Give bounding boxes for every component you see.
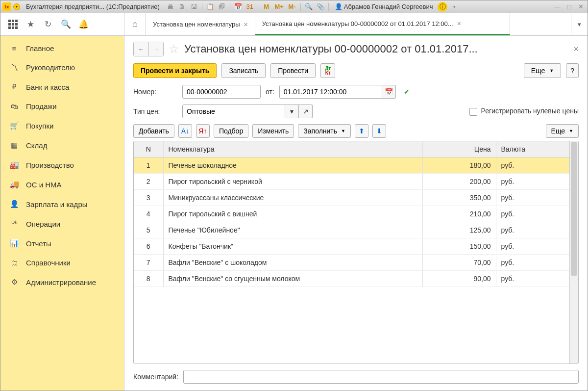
print-icon[interactable]: 🖶 — [166, 2, 175, 12]
help-button[interactable]: ? — [566, 63, 579, 78]
sidebar-item-sales[interactable]: 🛍Продажи — [0, 97, 124, 116]
cell-nomenclature: Печенье шоколадное — [163, 157, 422, 174]
copy-icon[interactable]: 📋 — [205, 2, 215, 12]
nav-back-button[interactable]: ← — [134, 42, 148, 56]
fill-button[interactable]: Заполнить▼ — [298, 124, 351, 138]
zoom-icon[interactable]: 🔍 — [304, 2, 314, 12]
tabs-more-dropdown[interactable]: ▾ — [571, 13, 588, 35]
date-icon[interactable]: 31 — [245, 2, 255, 12]
notifications-bell-icon[interactable]: 🔔 — [78, 19, 89, 30]
menu-lines-icon: ≡ — [9, 44, 19, 52]
cell-n: 3 — [134, 190, 163, 206]
open-ref-icon[interactable]: ↗ — [299, 104, 313, 118]
app-menu-dropdown[interactable]: ▾ — [13, 3, 20, 10]
move-down-button[interactable]: ⬇ — [372, 124, 386, 138]
favorites-star-icon[interactable]: ★ — [25, 19, 36, 30]
post-and-close-button[interactable]: Провести и закрыть — [133, 63, 217, 78]
sidebar-item-reports[interactable]: 📊Отчеты — [0, 234, 124, 253]
apps-grid-icon[interactable] — [7, 19, 18, 30]
col-header-nomenclature[interactable]: Номенклатура — [163, 141, 422, 157]
print-preview-icon[interactable]: 🗎 — [177, 2, 187, 12]
dropdown-icon[interactable]: ▾ — [285, 104, 299, 118]
memory-mminus-icon[interactable]: M- — [287, 2, 297, 12]
save-button[interactable]: Записать — [221, 63, 266, 78]
info-icon[interactable]: ⓘ — [438, 2, 447, 12]
col-header-n[interactable]: N — [134, 141, 163, 157]
tab-close-icon[interactable]: × — [244, 21, 248, 28]
sidebar-item-catalogs[interactable]: 🗂Справочники — [0, 253, 124, 272]
sidebar-item-production[interactable]: 🏭Производство — [0, 155, 124, 175]
register-zero-checkbox-wrap[interactable]: Регистрировать нулевые цены — [469, 107, 579, 116]
factory-icon: 🏭 — [9, 160, 19, 169]
change-button[interactable]: Изменить — [252, 124, 294, 138]
col-header-currency[interactable]: Валюта — [496, 141, 569, 157]
sidebar-item-warehouse[interactable]: ▦Склад — [0, 135, 124, 155]
maximize-icon[interactable]: ◻ — [564, 2, 574, 12]
sort-asc-button[interactable]: А↓ — [178, 124, 192, 138]
memory-mplus-icon[interactable]: M+ — [274, 2, 285, 12]
cell-nomenclature: Вафли "Венские" с шоколадом — [163, 255, 422, 271]
date-input[interactable] — [279, 85, 382, 99]
register-zero-checkbox[interactable] — [469, 108, 477, 116]
post-button[interactable]: Провести — [270, 63, 316, 78]
folders-icon: 🗂 — [9, 259, 19, 267]
more-actions-button[interactable]: Еще▼ — [524, 63, 561, 78]
gear-icon: ⚙ — [9, 278, 19, 287]
items-table-scroll[interactable]: N Номенклатура Цена Валюта 1Печенье шоко… — [134, 141, 569, 364]
favorite-star-icon[interactable]: ☆ — [169, 42, 179, 56]
attach-icon[interactable]: 📎 — [316, 2, 325, 12]
price-type-input[interactable] — [182, 104, 285, 118]
home-button[interactable]: ⌂ — [124, 13, 146, 35]
table-row[interactable]: 8Вафли "Венские" со сгущенным молоком90,… — [134, 271, 569, 287]
vertical-scrollbar[interactable] — [569, 141, 578, 364]
pick-button[interactable]: Подбор — [214, 124, 248, 138]
tab-price-setting-doc[interactable]: Установка цен номенклатуры 00-00000002 о… — [255, 13, 510, 35]
calendar-picker-icon[interactable]: 📅 — [382, 85, 396, 99]
save-icon[interactable]: 🖫 — [189, 2, 199, 12]
table-row[interactable]: 6Конфеты "Батончик"150,00руб. — [134, 238, 569, 255]
table-row[interactable]: 7Вафли "Венские" с шоколадом70,00руб. — [134, 255, 569, 271]
sidebar-item-operations[interactable]: ᴰᵏОперации — [0, 214, 124, 234]
sidebar-item-assets[interactable]: 🚚ОС и НМА — [0, 175, 124, 194]
window-close-icon[interactable]: ✕ — [576, 2, 586, 12]
table-row[interactable]: 2Пирог тирольский с черникой200,00руб. — [134, 174, 569, 190]
movements-button[interactable]: ДтКт — [320, 63, 335, 78]
number-input[interactable] — [182, 85, 261, 99]
sidebar-item-purchases[interactable]: 🛒Покупки — [0, 116, 124, 135]
sidebar-item-main[interactable]: ≡Главное — [0, 39, 124, 58]
sort-desc-button[interactable]: Я↑ — [196, 124, 210, 138]
tab-price-setting-list[interactable]: Установка цен номенклатуры × — [146, 13, 255, 35]
col-header-price[interactable]: Цена — [422, 141, 496, 157]
move-up-button[interactable]: ⬆ — [355, 124, 368, 138]
search-icon[interactable]: 🔍 — [60, 19, 71, 30]
sidebar-item-manager[interactable]: 〽Руководителю — [0, 58, 124, 77]
table-row[interactable]: 5Печенье "Юбилейное"125,00руб. — [134, 222, 569, 238]
table-row[interactable]: 4Пирог тирольский с вишней210,00руб. — [134, 206, 569, 222]
scrollbar-thumb[interactable] — [571, 142, 577, 276]
calendar-icon[interactable]: 📅 — [233, 2, 243, 12]
table-row[interactable]: 3Миникруассаны классические350,00руб. — [134, 190, 569, 206]
history-icon[interactable]: ↻ — [43, 19, 53, 30]
cell-n: 7 — [134, 255, 163, 271]
tab-close-icon[interactable]: × — [457, 20, 461, 27]
cell-price: 350,00 — [422, 190, 496, 206]
sidebar-item-bank[interactable]: ₽Банк и касса — [0, 77, 124, 97]
table-header-row: N Номенклатура Цена Валюта — [134, 141, 569, 157]
nav-forward-button[interactable]: → — [148, 42, 163, 56]
table-row[interactable]: 1Печенье шоколадное180,00руб. — [134, 157, 569, 174]
current-user[interactable]: 👤 Абрамов Геннадий Сергеевич — [332, 3, 436, 10]
comment-input[interactable] — [183, 370, 579, 384]
memory-m-icon[interactable]: M — [261, 2, 272, 12]
sidebar-item-hr[interactable]: 👤Зарплата и кадры — [0, 194, 124, 214]
info-dropdown-icon[interactable]: ▾ — [449, 2, 459, 12]
minimize-icon[interactable]: — — [552, 2, 562, 12]
window-title: Бухгалтерия предприяти... (1С:Предприяти… — [26, 3, 160, 10]
compare-icon[interactable]: 🗐 — [217, 2, 227, 12]
add-row-button[interactable]: Добавить — [133, 124, 174, 138]
document-close-icon[interactable]: × — [573, 44, 579, 54]
grid-more-button[interactable]: Еще▼ — [546, 124, 579, 138]
sidebar-item-admin[interactable]: ⚙Администрирование — [0, 272, 124, 292]
cell-n: 6 — [134, 238, 163, 255]
truck-icon: 🚚 — [9, 180, 19, 189]
cell-n: 2 — [134, 174, 163, 190]
